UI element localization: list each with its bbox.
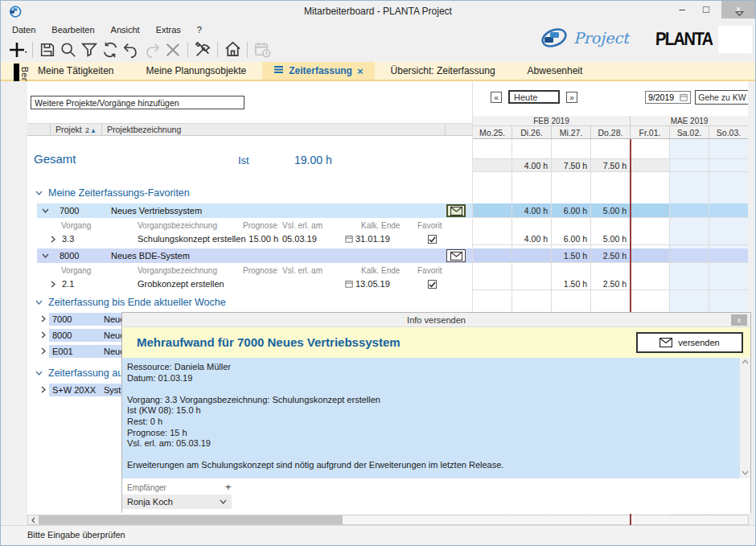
tab-uebersicht-zeiterfassung[interactable]: Übersicht: Zeiterfassung — [375, 62, 512, 80]
task-kalk-ende: 13.05.19 — [345, 279, 390, 289]
empty-row — [473, 139, 749, 158]
month-label: FEB 2019 — [473, 116, 631, 126]
recipient-dropdown[interactable]: Ronja Koch — [122, 495, 232, 509]
tab-meine-planungsobjekte[interactable]: Meine Planungsobjekte — [130, 62, 263, 80]
day-header: Sa.02. — [670, 126, 709, 139]
menu-help[interactable]: ? — [197, 23, 202, 37]
prev-week-button[interactable]: « — [491, 92, 502, 103]
chevron-down-icon — [42, 208, 49, 213]
scroll-up-icon — [742, 359, 749, 364]
minimize-button[interactable]: – — [670, 1, 694, 18]
tab-close-icon[interactable]: × — [357, 65, 364, 77]
total-hours-value: 19.00 h — [294, 154, 332, 166]
home-icon[interactable] — [222, 39, 243, 60]
empty-row — [473, 263, 749, 277]
project-code: 8000 — [52, 330, 104, 340]
scroll-down-icon — [742, 470, 749, 475]
menu-daten[interactable]: Daten — [12, 23, 35, 37]
message-textarea[interactable]: Ressource: Daniela Müller Datum: 01.03.1… — [122, 358, 750, 478]
task-2-1-hours-row: 1.50 h 2.50 h — [473, 277, 749, 290]
tab-overflow-chevron-icon[interactable] — [735, 6, 744, 20]
project-row-8000[interactable]: 8000 Neues BDE-System — [37, 248, 472, 263]
add-projects-input[interactable] — [31, 96, 244, 109]
tab-zeiterfassung[interactable]: Zeiterfassung × — [262, 62, 374, 80]
task-vsl-erl-am: 05.03.19 — [282, 234, 317, 244]
toolbar-separator — [247, 42, 248, 58]
table-header-row: Projekt 2▲ Projektbezeichnung — [27, 123, 472, 136]
today-button[interactable]: Heute — [508, 90, 560, 104]
gesamt-hours-row: 4.00 h 7.50 h 7.50 h — [473, 158, 749, 172]
project-name: Syst — [104, 385, 121, 395]
app-window: Mitarbeiterboard - PLANTA Project – □ × … — [0, 0, 756, 546]
hamburger-icon — [273, 65, 284, 76]
task-id: 3.3 — [62, 234, 74, 244]
scroll-left-icon[interactable] — [28, 515, 39, 524]
status-message: Bitte Eingabe überprüfen — [27, 530, 125, 540]
maximize-button[interactable]: □ — [694, 1, 718, 18]
tools-icon[interactable] — [192, 39, 213, 60]
section-current-week[interactable]: Zeiterfassung bis Ende aktueller Woche — [35, 297, 226, 308]
search-icon[interactable] — [58, 39, 79, 60]
week-field[interactable]: 9/2019 — [645, 91, 691, 104]
empty-row — [473, 172, 749, 203]
task-prognose: 15.00 h — [243, 234, 278, 244]
project-code: E001 — [52, 347, 104, 356]
menu-bearbeiten[interactable]: Bearbeiten — [51, 23, 94, 37]
next-week-button[interactable]: » — [566, 92, 577, 103]
dialog-title-bar: Info versenden — [122, 313, 750, 327]
menu-ansicht[interactable]: Ansicht — [111, 23, 140, 37]
favorit-checkbox[interactable] — [428, 235, 437, 244]
calendar-clock-icon[interactable] — [252, 39, 273, 60]
task-id: 2.1 — [62, 279, 74, 289]
delete-icon[interactable] — [162, 39, 183, 60]
goto-week-button[interactable]: Gehe zu KW — [695, 90, 750, 105]
project-code: 8000 — [60, 251, 111, 261]
project-8000-hours-row: 1.50 h 2.50 h — [473, 248, 749, 263]
calendar-nav: « Heute » 9/2019 Gehe zu KW — [473, 81, 749, 116]
total-label: Gesamt — [34, 152, 76, 166]
send-info-button[interactable] — [446, 204, 466, 217]
chevron-right-icon — [41, 386, 46, 393]
recipient-label: Empfänger — [127, 483, 166, 492]
day-header: Do.28. — [591, 126, 631, 139]
save-icon[interactable] — [37, 39, 58, 60]
redo-icon[interactable] — [142, 39, 162, 60]
chevron-down-icon — [220, 499, 227, 504]
dialog-scrollbar[interactable] — [740, 358, 750, 478]
project-code: S+W 20XX — [52, 385, 104, 395]
dialog-close-button[interactable]: x — [731, 314, 747, 326]
scrollbar-thumb[interactable] — [39, 515, 343, 524]
chevron-down-icon — [42, 253, 49, 258]
task-name: Grobkonzept erstellen — [138, 279, 224, 289]
tab-meine-taetigkeiten[interactable]: Meine Tätigkeiten — [22, 62, 130, 80]
refresh-icon[interactable] — [100, 39, 121, 60]
task-3-3-hours-row: 4.00 h 6.00 h 5.00 h — [473, 232, 749, 245]
versenden-button[interactable]: versenden — [636, 332, 743, 353]
header-spacer-cell — [446, 124, 466, 135]
project-row-7000[interactable]: 7000 Neues Vertriebssystem — [37, 203, 472, 218]
undo-icon[interactable] — [121, 39, 142, 60]
tab-abwesenheit[interactable]: Abwesenheit — [512, 62, 599, 80]
add-recipient-button[interactable]: + — [225, 481, 232, 493]
dialog-footer: Empfänger + Ronja Koch — [122, 478, 750, 514]
add-icon[interactable] — [7, 39, 28, 60]
column-header-projekt[interactable]: Projekt 2▲ — [51, 124, 102, 135]
send-info-button[interactable] — [446, 249, 466, 262]
project-name: Neues Vertriebssystem — [111, 206, 202, 216]
filter-icon[interactable] — [79, 39, 100, 60]
horizontal-scrollbar[interactable] — [27, 515, 749, 525]
planta-wordmark: PLANTA — [655, 28, 713, 49]
section-other-timerecording[interactable]: Zeiterfassung auc — [35, 367, 128, 379]
day-header-row: Mo.25. Di.26. Mi.27. Do.28. Fr.01. Sa.02… — [473, 126, 749, 139]
header-spacer-cell — [27, 124, 51, 135]
envelope-icon — [450, 252, 462, 261]
window-title: Mitarbeiterboard - PLANTA Project — [1, 6, 755, 17]
info-versenden-dialog: Info versenden x Mehraufwand für 7000 Ne… — [121, 312, 751, 513]
day-header: Fr.01. — [631, 126, 670, 139]
project-7000-hours-row: 4.00 h 6.00 h 5.00 h — [473, 203, 749, 218]
check-icon — [429, 236, 436, 243]
menu-extras[interactable]: Extras — [156, 23, 181, 37]
column-header-projektbezeichnung[interactable]: Projektbezeichnung — [102, 124, 446, 135]
section-favorites[interactable]: Meine Zeiterfassungs-Favoriten — [35, 187, 190, 199]
favorit-checkbox[interactable] — [428, 280, 437, 289]
